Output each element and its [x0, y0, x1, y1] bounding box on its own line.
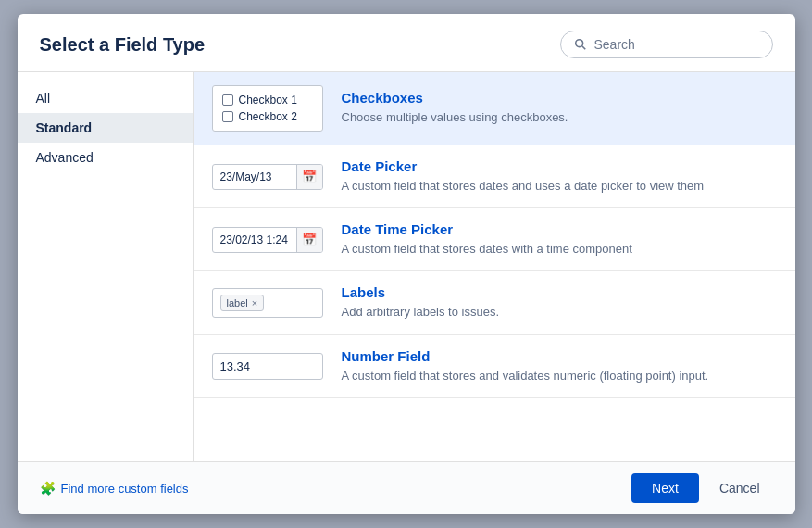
field-preview-datetime: 23/02/13 1:24 📅: [212, 227, 323, 253]
sidebar: All Standard Advanced: [18, 72, 194, 461]
field-item-checkboxes[interactable]: Checkbox 1 Checkbox 2 Checkboxes Choose …: [194, 72, 795, 145]
field-preview-labels: label×: [212, 288, 323, 318]
field-desc-date: A custom field that stores dates and use…: [342, 178, 777, 195]
field-info-datetime: Date Time Picker A custom field that sto…: [342, 221, 777, 258]
checkbox-box-2: [222, 111, 233, 122]
field-item-number[interactable]: 13.34 Number Field A custom field that s…: [194, 335, 795, 398]
field-item-datetime-picker[interactable]: 23/02/13 1:24 📅 Date Time Picker A custo…: [194, 208, 795, 271]
field-desc-datetime: A custom field that stores dates with a …: [342, 241, 777, 258]
checkbox-label-2: Checkbox 2: [239, 110, 297, 123]
label-tag: label×: [220, 295, 265, 311]
dialog-footer: 🧩 Find more custom fields Next Cancel: [18, 461, 795, 514]
date-text: 23/May/13: [213, 165, 296, 189]
sidebar-item-advanced[interactable]: Advanced: [18, 143, 193, 172]
calendar-clock-icon: 📅: [296, 228, 322, 252]
field-name-checkboxes: Checkboxes: [342, 90, 777, 106]
svg-point-0: [575, 40, 582, 47]
datetime-picker-preview: 23/02/13 1:24 📅: [212, 227, 323, 253]
sidebar-item-all[interactable]: All: [18, 83, 193, 113]
field-info-number: Number Field A custom field that stores …: [342, 348, 777, 384]
calendar-icon: 📅: [296, 165, 322, 189]
svg-line-1: [581, 46, 585, 50]
select-field-type-dialog: Select a Field Type All Standard Advance…: [18, 14, 795, 514]
checkbox-box-1: [222, 94, 233, 106]
field-info-checkboxes: Checkboxes Choose multiple values using …: [342, 90, 777, 126]
dialog-title: Select a Field Type: [40, 34, 206, 56]
dialog-body: All Standard Advanced Checkbox 1 Checkbo: [18, 72, 795, 461]
footer-buttons: Next Cancel: [631, 473, 772, 503]
field-name-datetime: Date Time Picker: [342, 221, 777, 237]
search-icon: [574, 38, 587, 51]
field-info-date: Date Picker A custom field that stores d…: [342, 158, 777, 195]
checkbox-preview: Checkbox 1 Checkbox 2: [212, 85, 323, 132]
puzzle-icon: 🧩: [40, 481, 56, 496]
sidebar-item-standard[interactable]: Standard: [18, 113, 193, 143]
labels-preview: label×: [212, 288, 323, 318]
field-desc-checkboxes: Choose multiple values using checkboxes.: [342, 109, 777, 126]
field-name-date: Date Picker: [342, 158, 777, 174]
dialog-header: Select a Field Type: [18, 14, 795, 72]
field-list: Checkbox 1 Checkbox 2 Checkboxes Choose …: [194, 72, 795, 461]
search-input[interactable]: [594, 37, 759, 52]
find-more-link[interactable]: 🧩 Find more custom fields: [40, 481, 189, 496]
field-desc-labels: Add arbitrary labels to issues.: [342, 304, 777, 321]
field-desc-number: A custom field that stores and validates…: [342, 368, 777, 384]
checkbox-row-2: Checkbox 2: [222, 110, 313, 123]
date-picker-preview: 23/May/13 📅: [212, 164, 323, 190]
search-box[interactable]: [560, 31, 773, 58]
field-info-labels: Labels Add arbitrary labels to issues.: [342, 284, 777, 321]
number-preview: 13.34: [212, 353, 323, 380]
field-preview-checkboxes: Checkbox 1 Checkbox 2: [212, 85, 323, 132]
field-item-labels[interactable]: label× Labels Add arbitrary labels to is…: [194, 271, 795, 334]
field-item-date-picker[interactable]: 23/May/13 📅 Date Picker A custom field t…: [194, 145, 795, 208]
field-preview-date: 23/May/13 📅: [212, 164, 323, 190]
label-remove-icon: ×: [252, 297, 257, 308]
field-preview-number: 13.34: [212, 353, 323, 380]
checkbox-row-1: Checkbox 1: [222, 94, 313, 107]
field-name-number: Number Field: [342, 348, 777, 364]
checkbox-label-1: Checkbox 1: [239, 94, 297, 107]
cancel-button[interactable]: Cancel: [706, 473, 773, 503]
field-name-labels: Labels: [342, 284, 777, 300]
find-more-label: Find more custom fields: [61, 482, 189, 496]
datetime-text: 23/02/13 1:24: [213, 228, 296, 252]
next-button[interactable]: Next: [631, 473, 699, 503]
